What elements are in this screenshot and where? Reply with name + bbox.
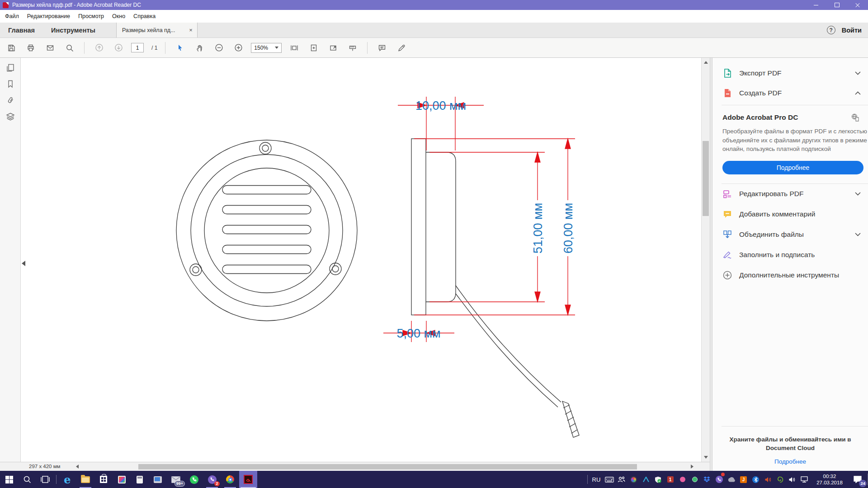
tools-panel: Экспорт PDF Создать PDF Adobe Acrobat Pr…	[712, 58, 868, 471]
fit-width-icon[interactable]	[288, 41, 301, 55]
menu-file[interactable]: Файл	[1, 10, 23, 23]
minimize-button[interactable]	[806, 0, 826, 10]
promo-learn-more-button[interactable]: Подробнее	[722, 161, 863, 174]
volume-icon[interactable]	[786, 471, 798, 488]
page-number-input[interactable]	[131, 43, 144, 52]
taskbar-file-explorer-icon[interactable]	[76, 471, 94, 488]
menu-view[interactable]: Просмотр	[74, 10, 108, 23]
fit-page-icon[interactable]	[307, 41, 321, 55]
network-icon[interactable]	[798, 471, 811, 488]
acrobat-pro-promo: Adobe Acrobat Pro DC Преобразуйте файлы …	[712, 105, 868, 182]
panel-item-add-comment[interactable]: Добавить комментарий	[712, 204, 868, 225]
taskbar-calculator-icon[interactable]	[131, 471, 149, 488]
taskbar-viber-icon[interactable]: 2	[203, 471, 221, 488]
taskbar-edge-icon[interactable]: e	[58, 471, 76, 488]
menu-help[interactable]: Справка	[129, 10, 160, 23]
vertical-scroll-thumb[interactable]	[703, 141, 709, 216]
onedrive-icon[interactable]	[725, 471, 737, 488]
taskbar-search-icon[interactable]	[18, 471, 36, 488]
taskbar-acrobat-icon[interactable]	[239, 471, 257, 488]
zoom-out-icon[interactable]	[212, 41, 226, 55]
bookmarks-icon[interactable]	[6, 80, 15, 89]
autodesk-icon[interactable]	[640, 471, 652, 488]
close-tab-icon[interactable]: ×	[188, 27, 193, 33]
system-tray: RU 1	[585, 471, 868, 488]
audio-mixer-icon[interactable]	[762, 471, 774, 488]
promo-title: Adobe Acrobat Pro DC	[722, 113, 798, 122]
taskbar: e 99+ 2 RU	[0, 471, 868, 488]
screen-recorder-icon[interactable]	[627, 471, 640, 488]
language-indicator[interactable]: RU	[590, 471, 603, 488]
panel-item-export-pdf[interactable]: Экспорт PDF	[712, 63, 868, 83]
highlight-tool-icon[interactable]	[395, 41, 408, 55]
sign-in-button[interactable]: Войти	[842, 27, 862, 34]
tab-document[interactable]: Размеры хейла пд... ×	[116, 23, 198, 38]
zoom-level-dropdown[interactable]: 150%	[251, 43, 282, 53]
taskbar-photos-icon[interactable]	[113, 471, 131, 488]
action-center-icon[interactable]: 24	[849, 471, 867, 488]
window-title: Размеры хейла пдф.pdf - Adobe Acrobat Re…	[12, 2, 141, 8]
zoom-in-icon[interactable]	[231, 41, 245, 55]
tray-viber-icon[interactable]	[713, 471, 725, 488]
tab-tools[interactable]: Инструменты	[43, 23, 104, 38]
next-page-icon[interactable]	[112, 41, 125, 55]
horizontal-scroll-thumb[interactable]	[138, 464, 637, 469]
help-icon[interactable]: ?	[827, 26, 835, 34]
tab-home[interactable]: Главная	[0, 23, 43, 38]
fill-sign-icon	[722, 250, 732, 260]
task-view-icon[interactable]	[36, 471, 54, 488]
taskbar-remote-desktop-icon[interactable]	[149, 471, 167, 488]
taskbar-store-icon[interactable]	[94, 471, 113, 488]
scroll-right-icon[interactable]	[691, 464, 693, 469]
scroll-up-icon[interactable]	[702, 59, 710, 66]
comment-tool-icon[interactable]	[375, 41, 389, 55]
menu-window[interactable]: Окно	[108, 10, 129, 23]
people-icon[interactable]	[615, 471, 627, 488]
search-icon[interactable]	[63, 41, 76, 55]
keyboard-icon[interactable]	[603, 471, 615, 488]
clock-date: 27.03.2018	[816, 479, 843, 486]
collapse-left-panel-icon[interactable]	[21, 260, 26, 267]
select-tool-icon[interactable]	[173, 41, 187, 55]
scroll-down-icon[interactable]	[702, 454, 710, 461]
hand-tool-icon[interactable]	[193, 41, 206, 55]
attachments-icon[interactable]	[6, 96, 15, 105]
taskbar-clock[interactable]: 00:32 27.03.2018	[811, 471, 849, 488]
start-button[interactable]	[0, 471, 18, 488]
menu-edit[interactable]: Редактирование	[23, 10, 74, 23]
reading-mode-icon[interactable]	[346, 41, 359, 55]
green-status-icon[interactable]	[689, 471, 701, 488]
panel-item-edit-pdf[interactable]: Редактировать PDF	[712, 184, 868, 204]
pink-app-icon[interactable]	[676, 471, 689, 488]
pdf-page[interactable]: 10,00 мм 5,00 мм 51,00 мм 60,00 мм	[21, 58, 701, 462]
email-icon[interactable]	[43, 41, 57, 55]
export-pdf-icon	[722, 68, 732, 78]
bluetooth-icon[interactable]	[750, 471, 762, 488]
defender-icon[interactable]	[652, 471, 664, 488]
taskbar-chrome-icon[interactable]	[221, 471, 239, 488]
spiral-app-icon[interactable]	[774, 471, 786, 488]
document-cloud-link[interactable]: Подробнее	[712, 458, 868, 465]
add-comment-icon	[722, 209, 732, 219]
fullscreen-icon[interactable]	[326, 41, 340, 55]
java-icon[interactable]: J	[737, 471, 750, 488]
save-icon[interactable]	[5, 41, 18, 55]
restore-button[interactable]	[826, 0, 847, 10]
panel-item-label: Объединить файлы	[739, 230, 804, 239]
previous-page-icon[interactable]	[92, 41, 106, 55]
scroll-left-icon[interactable]	[76, 464, 79, 469]
dimension-top-label: 10,00 мм	[415, 99, 466, 113]
panel-item-more-tools[interactable]: Дополнительные инструменты	[712, 265, 868, 286]
close-button[interactable]	[847, 0, 868, 10]
page-thumbnails-icon[interactable]	[6, 63, 15, 72]
panel-item-create-pdf[interactable]: Создать PDF	[712, 83, 868, 103]
taskbar-mail-icon[interactable]: 99+	[167, 471, 185, 488]
dropbox-icon[interactable]	[701, 471, 713, 488]
taskbar-whatsapp-icon[interactable]	[185, 471, 203, 488]
print-icon[interactable]	[24, 41, 38, 55]
vertical-scrollbar[interactable]	[701, 58, 710, 462]
red-notification-app-icon[interactable]: 1	[664, 471, 676, 488]
panel-item-fill-sign[interactable]: Заполнить и подписать	[712, 245, 868, 265]
panel-item-combine-files[interactable]: Объединить файлы	[712, 225, 868, 245]
layers-icon[interactable]	[6, 112, 15, 121]
